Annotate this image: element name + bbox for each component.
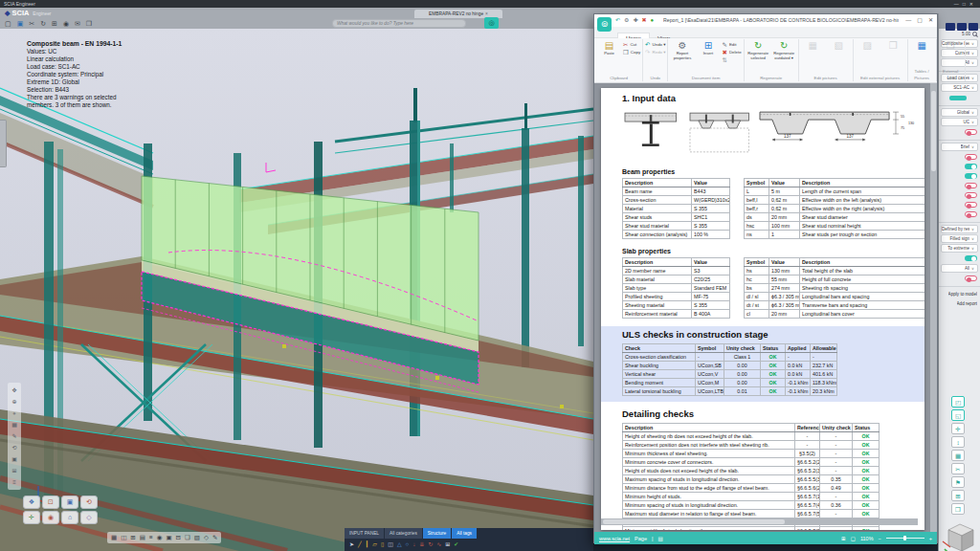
cut-button[interactable]: ✂Cut — [623, 41, 640, 48]
ghost-icon[interactable]: ◇ — [204, 532, 209, 543]
mesh-icon[interactable]: ⊞ — [8, 465, 21, 476]
thermal-load-icon[interactable]: ∿ — [436, 539, 441, 551]
zoom-slider[interactable] — [886, 538, 924, 539]
option-toggle-5[interactable] — [939, 190, 980, 200]
toggle-switch[interactable] — [965, 183, 977, 188]
edit-external-picture-button[interactable]: ▨ — [856, 40, 880, 52]
grid-view-icon[interactable]: ▦ — [8, 419, 21, 430]
option-toggle-4[interactable] — [939, 181, 980, 190]
scia-link[interactable]: www.scia.net — [599, 536, 630, 541]
edit-button[interactable]: ✎Edit — [722, 41, 741, 48]
support-icon[interactable]: △ — [397, 539, 402, 551]
3d-viewport[interactable]: Composite beam - EN 1994-1-1Values: UCLi… — [0, 29, 593, 551]
panel-dock-icon[interactable] — [957, 23, 967, 31]
picture-tool-icon[interactable]: ▦ — [951, 450, 965, 461]
fit-width-icon[interactable]: ⊞ — [841, 536, 846, 541]
load-case-select[interactable]: SC1-AC∨ — [941, 83, 978, 92]
section-select[interactable]: All∨ — [941, 264, 978, 273]
option-toggle-3[interactable] — [939, 171, 980, 181]
point-load-icon[interactable]: ↓ — [412, 539, 415, 551]
option-toggle-7[interactable] — [939, 209, 980, 219]
option-toggle-6[interactable] — [939, 200, 980, 209]
refresh-pill[interactable] — [949, 96, 967, 100]
zoom-out-icon[interactable]: − — [879, 536, 881, 541]
hide-icon[interactable]: ⊟ — [176, 532, 181, 543]
spotlight-search-input[interactable]: What would you like to do? Type here — [332, 19, 466, 28]
extreme-select[interactable]: Global∨ — [941, 108, 978, 117]
layers-view-icon[interactable]: ▤ — [140, 532, 145, 543]
page-icon[interactable]: ▤ — [657, 536, 662, 541]
input-panel-tab[interactable]: All tags — [452, 528, 477, 539]
add-icon[interactable]: ⊕ — [8, 396, 21, 408]
view-settings-icon[interactable]: ▦ — [111, 532, 117, 543]
paste-button[interactable]: ▤Paste — [597, 40, 621, 56]
tab-close-icon[interactable]: × — [485, 11, 488, 16]
report-app-icon[interactable]: ⊚ — [597, 17, 612, 32]
add-report-button[interactable]: Add report — [939, 298, 980, 308]
view-z-icon[interactable]: ⌂ — [61, 511, 78, 524]
insert-button[interactable]: ⊞Insert — [696, 40, 720, 56]
menu-icon[interactable]: ≡ — [8, 476, 21, 488]
report-titlebar[interactable]: ⊚ ↶⚙✚✖● Report_1 [\EsaData\21\EMBRAPA - … — [594, 14, 937, 27]
input-panel-tab[interactable]: INPUT PANEL — [345, 528, 384, 539]
undo-button[interactable]: ↶Undo ▾ — [645, 41, 665, 48]
display-select[interactable]: Filled sign∨ — [941, 234, 978, 243]
toggle-switch[interactable] — [965, 154, 977, 160]
refresh-icon[interactable]: ↻ — [40, 18, 46, 29]
hatch-icon[interactable]: ▧ — [194, 532, 200, 543]
panel-dock-icon[interactable] — [946, 23, 955, 31]
external-picture-link-button[interactable]: ❐ — [881, 40, 905, 52]
view-x-icon[interactable]: ✛ — [23, 511, 40, 524]
values-select[interactable]: UC∨ — [941, 118, 978, 126]
scissors-icon[interactable]: ✂ — [29, 18, 34, 29]
scrollbar-thumb[interactable] — [931, 91, 936, 171]
rotate-icon[interactable]: ⟲ — [8, 442, 21, 453]
scrollbar-thumb[interactable] — [603, 519, 785, 524]
line-load-icon[interactable]: ⇊ — [419, 539, 424, 551]
add-quick-icon[interactable]: ✚ — [633, 15, 637, 26]
open-project-icon[interactable]: ▣ — [17, 18, 24, 29]
document-area[interactable]: 1. Input data — [594, 83, 937, 532]
view-y-icon[interactable]: ◉ — [42, 511, 59, 524]
panel-dock-icon[interactable] — [969, 23, 978, 31]
column-icon[interactable]: ┃ — [366, 539, 369, 551]
dimension-tool-icon[interactable]: ↕ — [951, 436, 965, 448]
mesh-input-icon[interactable]: ⊞ — [445, 539, 450, 551]
regenerate-selected-button[interactable]: ↻Regenerate selected — [746, 40, 770, 61]
docked-panel-handle[interactable] — [0, 120, 7, 167]
toggle-switch[interactable] — [965, 202, 977, 208]
wireframe-icon[interactable]: ▣ — [166, 532, 171, 543]
tables-pictures-button[interactable]: ▦ — [910, 40, 934, 52]
snap-icon[interactable]: ⌖ — [8, 408, 21, 419]
perspective-icon[interactable]: ◇ — [80, 511, 98, 524]
toggle-switch[interactable] — [965, 276, 977, 281]
apply-to-model-button[interactable]: Apply to model — [939, 289, 980, 298]
axis-tool-icon[interactable]: ✛ — [951, 423, 965, 434]
window-controls[interactable]: —□✕ — [954, 0, 977, 8]
edit-picture-button[interactable]: ▦ — [801, 40, 825, 52]
hinge-icon[interactable]: ○ — [406, 539, 410, 551]
table-tool-icon[interactable]: ⊞ — [951, 490, 965, 501]
select-members-icon[interactable]: ◱ — [951, 409, 965, 421]
option-toggle-2[interactable] — [939, 162, 980, 171]
wall-icon[interactable]: ▯ — [381, 539, 384, 551]
grid-icon[interactable]: ⊞ — [52, 18, 57, 29]
beam-icon[interactable]: ╱ — [358, 539, 362, 551]
toggle-switch[interactable] — [965, 211, 977, 217]
zoom-slider-thumb[interactable] — [903, 536, 906, 540]
copy-button[interactable]: ❐Copy — [623, 49, 640, 55]
drawing-select[interactable]: Defined by result∨ — [941, 225, 978, 233]
zoom-in-icon[interactable]: + — [929, 536, 932, 541]
redo-button[interactable]: ↷Redo ▾ — [645, 49, 665, 55]
results-toggle[interactable] — [939, 127, 980, 137]
opening-icon[interactable]: ◫ — [388, 539, 393, 551]
report-properties-button[interactable]: ⚙Report properties — [670, 40, 694, 61]
option-toggle-8[interactable] — [939, 253, 980, 263]
label-icon[interactable]: ❏ — [185, 532, 190, 543]
zoom-all-icon[interactable]: ⊡ — [42, 496, 59, 509]
description-select[interactable]: To extreme∨ — [941, 244, 978, 253]
vertical-scrollbar[interactable] — [930, 83, 937, 532]
toggle-switch[interactable] — [965, 255, 977, 261]
section-view-icon[interactable]: ◫ — [121, 532, 126, 543]
spotlight-button[interactable]: ◎ — [484, 17, 499, 29]
